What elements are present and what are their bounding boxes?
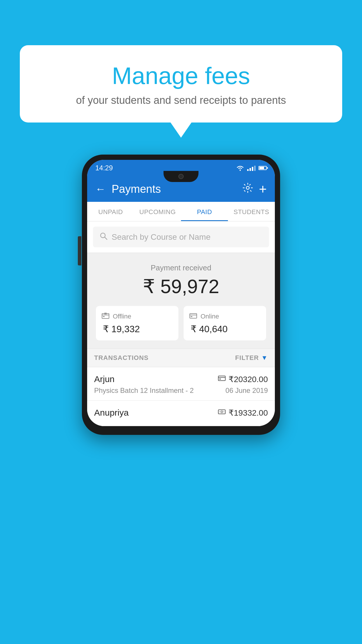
svg-point-0 [240,170,241,171]
tab-students[interactable]: STUDENTS [228,202,275,221]
settings-icon[interactable] [242,183,253,196]
filter-icon: ▼ [261,354,268,362]
transaction-amount-2: ₹19332.00 [229,408,268,418]
cash-payment-icon-2 [218,409,226,416]
transactions-header: TRANSACTIONS FILTER ▼ [87,349,275,367]
transactions-label: TRANSACTIONS [94,354,149,362]
app-bar-icons: + [242,181,267,197]
search-icon [99,232,108,242]
app-bar-title: Payments [112,183,237,195]
svg-rect-6 [190,314,197,318]
filter-button[interactable]: FILTER ▼ [235,354,268,362]
camera-dot [178,174,184,179]
bubble-subtitle: of your students and send receipts to pa… [37,94,325,106]
phone: 14:29 [82,155,280,435]
filter-text: FILTER [235,354,259,362]
online-icon [189,312,197,321]
offline-card: Offline ₹ 19,332 [96,306,178,340]
svg-rect-8 [218,376,225,381]
transaction-date-1: 06 June 2019 [226,386,268,395]
tabs: UNPAID UPCOMING PAID STUDENTS [87,202,275,221]
search-bar[interactable]: Search by Course or Name [93,227,269,247]
signal-bars [247,165,256,171]
svg-rect-7 [191,316,192,317]
svg-line-3 [105,237,107,239]
back-button[interactable]: ← [95,183,106,195]
battery-icon [259,166,267,170]
online-card-header: Online [189,312,260,321]
notch [164,171,198,182]
tab-upcoming[interactable]: UPCOMING [134,202,181,221]
tab-unpaid[interactable]: UNPAID [87,202,134,221]
phone-screen: 14:29 [87,160,275,426]
status-icons [236,165,267,171]
wifi-icon [236,165,244,171]
offline-label: Offline [113,313,131,320]
transaction-amount-container-2: ₹19332.00 [218,408,268,418]
transaction-row[interactable]: Arjun ₹20320.00 Physics Batch 1 [87,367,275,401]
phone-wrapper: 14:29 [82,155,280,435]
transaction-row-top-2: Anupriya ₹19332.00 [94,408,268,418]
speech-bubble: Manage fees of your students and send re… [20,45,342,123]
offline-icon [102,312,109,321]
online-amount: ₹ 40,640 [189,323,260,335]
transaction-name-1: Arjun [94,374,115,384]
payment-cards: Offline ₹ 19,332 [96,306,266,340]
transaction-amount-container-1: ₹20320.00 [218,374,268,384]
offline-card-header: Offline [102,312,173,321]
svg-rect-9 [219,379,221,379]
search-container: Search by Course or Name [87,221,275,253]
payment-total-amount: ₹ 59,972 [96,275,266,298]
card-payment-icon-1 [218,375,226,383]
search-placeholder: Search by Course or Name [112,232,210,242]
transaction-course-1: Physics Batch 12 Installment - 2 [94,386,194,395]
svg-rect-5 [103,316,105,317]
offline-amount: ₹ 19,332 [102,323,173,335]
svg-point-11 [221,411,223,413]
status-time: 14:29 [95,164,113,172]
speech-bubble-container: Manage fees of your students and send re… [20,45,342,123]
add-button[interactable]: + [259,181,267,197]
transaction-row-top: Arjun ₹20320.00 [94,374,268,384]
payment-received-label: Payment received [96,263,266,272]
transaction-row-2[interactable]: Anupriya ₹19332.00 [87,401,275,426]
transaction-amount-1: ₹20320.00 [229,374,268,384]
online-card: Online ₹ 40,640 [184,306,266,340]
transaction-details-1: Physics Batch 12 Installment - 2 06 June… [94,386,268,395]
tab-paid[interactable]: PAID [181,202,228,221]
transaction-name-2: Anupriya [94,408,129,418]
online-label: Online [201,313,219,320]
svg-point-1 [246,186,249,189]
payment-summary: Payment received ₹ 59,972 [87,253,275,349]
bubble-title: Manage fees [37,63,325,89]
